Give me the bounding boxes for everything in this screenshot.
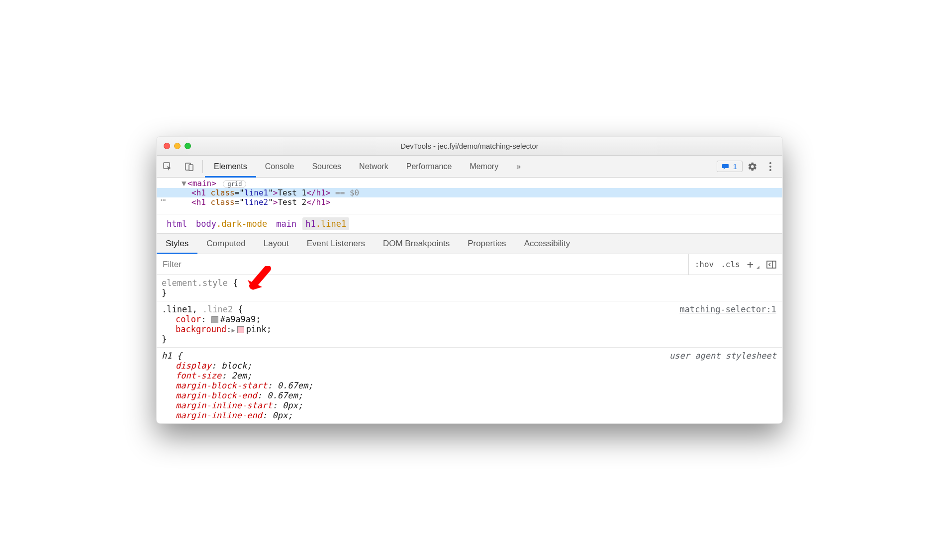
dom-tree[interactable]: ▼<main> grid ⋯ <h1 class="line1">Test 1<… [157, 178, 782, 214]
inspect-element-icon[interactable] [157, 162, 179, 172]
subtab-event-listeners[interactable]: Event Listeners [298, 234, 374, 254]
color-swatch-icon[interactable] [237, 326, 244, 333]
svg-point-4 [769, 166, 771, 168]
subtab-styles[interactable]: Styles [157, 234, 197, 254]
zoom-window-button[interactable] [185, 143, 191, 149]
declaration: margin-inline-end: 0px; [162, 410, 777, 420]
gear-icon [748, 162, 757, 172]
devtools-window: DevTools - jec.fyi/demo/matching-selecto… [156, 136, 783, 424]
main-toolbar: Elements Console Sources Network Perform… [157, 156, 782, 178]
tab-network[interactable]: Network [350, 156, 397, 177]
crumb-main[interactable]: main [273, 217, 299, 230]
dom-node-selected[interactable]: <h1 class="line1">Test 1</h1> == $0 [157, 188, 782, 197]
subtab-accessibility[interactable]: Accessibility [515, 234, 579, 254]
expand-triangle-icon[interactable]: ▼ [182, 179, 188, 188]
declaration[interactable]: background: ▶pink; [162, 324, 777, 334]
panel-tabs: Elements Console Sources Network Perform… [205, 156, 530, 177]
svg-point-3 [769, 162, 771, 164]
filter-row: :hov .cls + ◢ [157, 254, 782, 275]
titlebar: DevTools - jec.fyi/demo/matching-selecto… [157, 137, 782, 156]
crumb-html[interactable]: html [164, 217, 190, 230]
svg-rect-6 [767, 261, 776, 268]
svg-point-5 [769, 169, 771, 171]
rule-element-style[interactable]: element.style { } [157, 275, 782, 301]
tab-memory[interactable]: Memory [461, 156, 507, 177]
issues-icon [722, 163, 730, 170]
new-rule-button[interactable]: + [747, 258, 753, 271]
crumb-body[interactable]: body.dark-mode [193, 217, 270, 230]
hov-button[interactable]: :hov [695, 260, 714, 269]
source-label: user agent stylesheet [669, 351, 776, 361]
source-link[interactable]: matching-selector:1 [680, 304, 776, 314]
rule-line1-line2[interactable]: matching-selector:1 .line1, .line2 { col… [157, 301, 782, 348]
device-toolbar-icon[interactable] [179, 162, 200, 172]
more-options-button[interactable] [762, 159, 778, 175]
subtab-layout[interactable]: Layout [255, 234, 298, 254]
separator [202, 160, 203, 173]
toggle-sidebar-button[interactable] [766, 261, 776, 269]
ellipsis-icon[interactable]: ⋯ [161, 194, 167, 205]
breadcrumb: html body.dark-mode main h1.line1 [157, 214, 782, 234]
styles-pane: element.style { } matching-selector:1 .l… [157, 275, 782, 423]
tab-console[interactable]: Console [256, 156, 303, 177]
styles-subtabs: Styles Computed Layout Event Listeners D… [157, 234, 782, 254]
filter-input[interactable] [157, 260, 688, 270]
dom-node-main[interactable]: ▼<main> grid [157, 179, 782, 188]
tab-overflow[interactable]: » [507, 156, 530, 177]
subtab-computed[interactable]: Computed [197, 234, 254, 254]
declaration: display: block; [162, 361, 777, 371]
window-controls [164, 143, 191, 149]
issues-count: 1 [733, 162, 737, 171]
kebab-icon [769, 162, 771, 171]
cls-button[interactable]: .cls [721, 260, 740, 269]
minimize-window-button[interactable] [174, 143, 181, 149]
tab-elements[interactable]: Elements [205, 156, 256, 177]
svg-rect-2 [189, 165, 193, 171]
tab-sources[interactable]: Sources [303, 156, 350, 177]
new-rule-chevron-icon[interactable]: ◢ [756, 264, 759, 270]
settings-button[interactable] [745, 159, 760, 175]
subtab-properties[interactable]: Properties [459, 234, 515, 254]
tab-performance[interactable]: Performance [397, 156, 461, 177]
color-swatch-icon[interactable] [211, 316, 218, 323]
rule-h1-ua[interactable]: user agent stylesheet h1 { display: bloc… [157, 348, 782, 423]
grid-badge[interactable]: grid [223, 180, 246, 188]
sidebar-icon [766, 261, 776, 269]
selector-label: element.style [162, 278, 228, 288]
window-title: DevTools - jec.fyi/demo/matching-selecto… [157, 142, 782, 150]
dom-node[interactable]: <h1 class="line2">Test 2</h1> [157, 197, 782, 207]
tag-name: main [192, 179, 212, 188]
issues-button[interactable]: 1 [717, 161, 743, 172]
close-window-button[interactable] [164, 143, 170, 149]
declaration: font-size: 2em; [162, 371, 777, 380]
crumb-h1[interactable]: h1.line1 [302, 217, 349, 230]
declaration: margin-block-start: 0.67em; [162, 380, 777, 390]
subtab-dom-breakpoints[interactable]: DOM Breakpoints [374, 234, 459, 254]
declaration: margin-inline-start: 0px; [162, 400, 777, 410]
expand-triangle-icon[interactable]: ▶ [232, 327, 235, 334]
declaration[interactable]: color: #a9a9a9; [162, 314, 777, 324]
declaration: margin-block-end: 0.67em; [162, 390, 777, 400]
